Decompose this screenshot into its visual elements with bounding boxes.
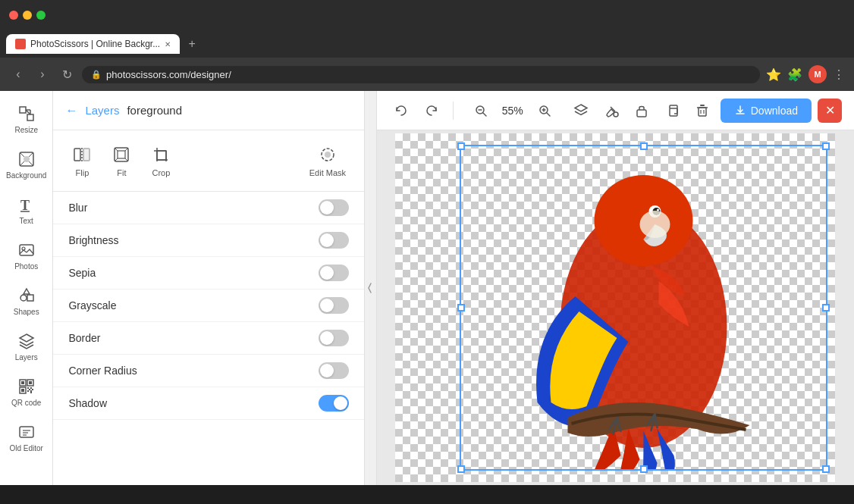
active-tab[interactable]: PhotoScissors | Online Backgr... ✕ [6, 34, 180, 54]
crop-tool-btn[interactable]: Crop [144, 139, 177, 182]
redo-btn[interactable] [419, 99, 444, 123]
svg-rect-19 [21, 389, 24, 392]
svg-rect-25 [32, 389, 33, 390]
svg-marker-13 [24, 289, 30, 294]
back-to-layers-btn[interactable]: ← [65, 104, 77, 117]
sidebar-item-text[interactable]: T Text [0, 188, 52, 233]
svg-rect-9 [20, 245, 33, 255]
nav-refresh-btn[interactable]: ↻ [58, 65, 76, 83]
duplicate-btn[interactable] [660, 99, 684, 123]
filter-row-shadow: Shadow [53, 387, 364, 420]
layers-icon [17, 332, 36, 350]
selection-handle-tm[interactable] [640, 142, 648, 150]
svg-rect-56 [670, 108, 677, 116]
sidebar-item-background[interactable]: Background [0, 142, 52, 188]
selection-handle-tl[interactable] [457, 142, 465, 150]
nav-back-btn[interactable]: ‹ [9, 65, 27, 83]
layers-back-label[interactable]: Layers [85, 104, 119, 117]
selection-box[interactable] [460, 145, 827, 471]
profile-icon[interactable]: M [808, 65, 827, 83]
panel-collapse-handle[interactable] [365, 91, 377, 485]
close-traffic-light[interactable] [9, 11, 18, 20]
lock-btn[interactable] [630, 99, 654, 123]
selection-handle-bl[interactable] [457, 465, 465, 473]
new-tab-btn[interactable]: + [183, 35, 201, 53]
sidebar-layers-label: Layers [15, 353, 38, 362]
panel-toolbar: Flip Fit [53, 130, 364, 192]
svg-rect-34 [118, 151, 125, 158]
sidebar-item-layers[interactable]: Layers [0, 324, 52, 370]
selection-handle-tr[interactable] [822, 142, 830, 150]
flip-label: Flip [76, 168, 89, 177]
selection-handle-ml[interactable] [457, 304, 465, 311]
undo-btn[interactable] [389, 99, 413, 123]
layers-panel-btn[interactable] [569, 99, 593, 123]
address-bar[interactable]: 🔒 photoscissors.com/designer/ [82, 66, 760, 83]
download-btn[interactable]: Download [721, 99, 812, 123]
close-canvas-btn[interactable]: ✕ [818, 99, 842, 123]
tab-title: PhotoScissors | Online Backgr... [30, 39, 160, 49]
canvas-background [395, 133, 835, 482]
svg-rect-30 [74, 149, 80, 161]
sidebar-item-photos[interactable]: Photos [0, 233, 52, 279]
zoom-out-btn[interactable] [469, 99, 493, 123]
delete-btn[interactable] [690, 99, 714, 123]
shapes-icon [17, 286, 36, 305]
filter-sepia-toggle[interactable] [319, 265, 349, 281]
qr-icon [17, 377, 36, 396]
svg-rect-1 [27, 114, 33, 121]
nav-right-controls: ⭐ 🧩 M ⋮ [766, 65, 845, 83]
fit-tool-btn[interactable]: Fit [105, 139, 138, 182]
filter-border-toggle[interactable] [319, 330, 349, 346]
sidebar-qr-label: QR code [11, 399, 41, 408]
edit-mask-icon [317, 144, 338, 165]
svg-rect-20 [27, 387, 29, 389]
sidebar-item-old-editor[interactable]: Old Editor [0, 415, 52, 461]
selection-handle-br[interactable] [822, 465, 830, 473]
flip-tool-btn[interactable]: Flip [65, 139, 99, 182]
svg-point-45 [325, 152, 331, 158]
maximize-traffic-light[interactable] [36, 11, 46, 20]
filter-shadow-toggle[interactable] [319, 395, 349, 412]
minimize-traffic-light[interactable] [23, 11, 32, 20]
sidebar-item-qr[interactable]: QR code [0, 370, 52, 415]
zoom-value: 55% [498, 105, 528, 117]
filter-row-corner-radius: Corner Radius [53, 355, 364, 387]
sidebar-text-label: Text [20, 217, 33, 226]
svg-text:T: T [20, 198, 30, 213]
svg-rect-15 [21, 381, 24, 384]
old-editor-icon [17, 423, 36, 441]
sidebar-item-resize[interactable]: Resize [0, 97, 52, 142]
nav-forward-btn[interactable]: › [33, 65, 52, 83]
fit-icon [111, 144, 132, 165]
bookmark-icon[interactable]: ⭐ [766, 67, 781, 82]
selection-handle-bm[interactable] [640, 465, 648, 473]
filter-row-grayscale: Grayscale [53, 290, 364, 322]
selection-handle-mr[interactable] [822, 304, 830, 311]
zoom-in-btn[interactable] [532, 99, 557, 123]
panel-header: ← Layers foreground [53, 91, 364, 130]
svg-rect-55 [637, 110, 646, 117]
filter-corner-radius-toggle[interactable] [319, 362, 349, 379]
svg-point-6 [24, 156, 30, 162]
sidebar-background-label: Background [6, 171, 46, 180]
sidebar-item-shapes[interactable]: Shapes [0, 279, 52, 324]
tab-close-btn[interactable]: ✕ [165, 40, 171, 49]
svg-rect-23 [27, 390, 29, 392]
crop-label: Crop [152, 168, 171, 177]
filter-grayscale-toggle[interactable] [319, 297, 349, 314]
fill-btn[interactable] [599, 99, 623, 123]
filter-row-blur: Blur [53, 192, 364, 224]
extensions-icon[interactable]: 🧩 [787, 67, 802, 82]
filter-shadow-label: Shadow [68, 397, 107, 409]
text-icon: T [17, 196, 36, 214]
filter-brightness-toggle[interactable] [319, 232, 349, 249]
svg-rect-26 [20, 427, 33, 437]
svg-rect-21 [30, 387, 32, 389]
menu-icon[interactable]: ⋮ [833, 67, 845, 82]
filter-row-border: Border [53, 322, 364, 355]
canvas-container[interactable] [377, 130, 854, 485]
url-text: photoscissors.com/designer/ [106, 69, 231, 80]
filter-blur-toggle[interactable] [319, 199, 349, 216]
edit-mask-btn[interactable]: Edit Mask [303, 139, 352, 182]
